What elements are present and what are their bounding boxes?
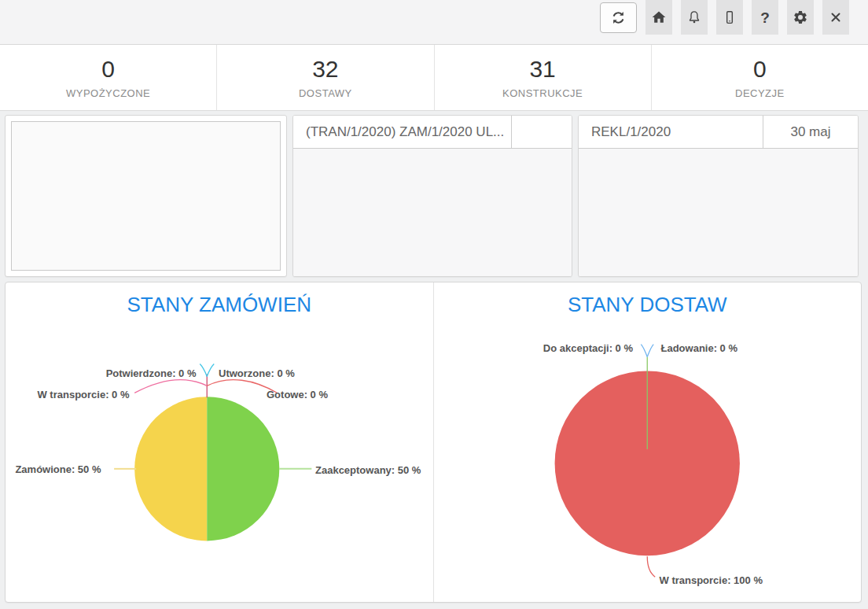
stat-dostawy: 32 DOSTAWY bbox=[216, 45, 433, 110]
leader-line-w-transporcie bbox=[134, 380, 207, 393]
stat-value: 0 bbox=[101, 56, 115, 82]
orders-pie-chart bbox=[6, 282, 433, 602]
stat-konstrukcje: 31 KONSTRUKCJE bbox=[434, 45, 651, 110]
settings-button[interactable] bbox=[787, 0, 814, 35]
close-icon bbox=[829, 10, 843, 24]
refresh-button[interactable] bbox=[600, 2, 637, 33]
leader-line-do-akceptacji-2 bbox=[647, 345, 653, 357]
orders-chart-panel: STANY ZAMÓWIEŃ Potwierdzone: 0 % Utworzo… bbox=[6, 282, 434, 602]
stat-wypozyczone: 0 WYPOŻYCZONE bbox=[0, 45, 216, 110]
pie-label-do-akceptacji: Do akceptacji: 0 % bbox=[543, 342, 633, 354]
pie-label-zaakceptowany: Zaakceptowany: 50 % bbox=[315, 464, 421, 476]
leader-line-do-akceptacji bbox=[641, 345, 647, 357]
stat-value: 32 bbox=[312, 56, 338, 82]
pie-label-potwierdzone: Potwierdzone: 0 % bbox=[106, 367, 197, 379]
stat-label: DOSTAWY bbox=[299, 87, 352, 99]
stat-value: 0 bbox=[753, 56, 767, 82]
topbar: ? bbox=[0, 0, 868, 45]
pie-slice-zamowione[interactable] bbox=[134, 397, 207, 541]
stats-row: 0 WYPOŻYCZONE 32 DOSTAWY 31 KONSTRUKCJE … bbox=[0, 45, 868, 111]
transport-widget-title[interactable]: (TRAN/1/2020) ZAM/1/2020 UL... bbox=[293, 116, 511, 148]
stat-decyzje: 0 DECYZJE bbox=[651, 45, 868, 110]
pie-label-ladowanie: Ładowanie: 0 % bbox=[661, 342, 738, 354]
deliveries-pie-chart bbox=[434, 282, 862, 602]
transport-widget-panel: (TRAN/1/2020) ZAM/1/2020 UL... bbox=[292, 115, 572, 277]
empty-widget-panel bbox=[5, 115, 287, 277]
transport-widget-body bbox=[293, 149, 572, 276]
complaint-widget-panel: REKL/1/2020 30 maj bbox=[578, 115, 859, 277]
complaint-widget-body bbox=[579, 149, 858, 276]
deliveries-chart-panel: STANY DOSTAW Do akceptacji: 0 % Ładowani… bbox=[434, 282, 862, 602]
home-icon bbox=[651, 9, 667, 25]
pie-slice-zaakceptowany[interactable] bbox=[207, 397, 279, 541]
charts-row: STANY ZAMÓWIEŃ Potwierdzone: 0 % Utworzo… bbox=[5, 282, 862, 603]
pie-label-gotowe: Gotowe: 0 % bbox=[267, 389, 328, 400]
empty-widget-box bbox=[11, 121, 281, 271]
leader-line-potwierdzone bbox=[200, 364, 207, 376]
help-button[interactable]: ? bbox=[752, 0, 778, 35]
close-button[interactable] bbox=[822, 0, 849, 35]
dashboard-screen: ? 0 WYPOŻYCZONE 32 DOSTAWY 31 KONSTRUKCJ… bbox=[0, 0, 868, 609]
stat-label: KONSTRUKCJE bbox=[502, 87, 583, 99]
transport-widget-header: (TRAN/1/2020) ZAM/1/2020 UL... bbox=[293, 116, 572, 149]
smartphone-icon bbox=[722, 9, 737, 25]
question-mark-icon: ? bbox=[760, 10, 770, 25]
pie-label-utworzone: Utworzone: 0 % bbox=[219, 367, 295, 379]
notifications-button[interactable] bbox=[681, 0, 708, 35]
widgets-row: (TRAN/1/2020) ZAM/1/2020 UL... REKL/1/20… bbox=[5, 115, 859, 277]
stat-label: WYPOŻYCZONE bbox=[66, 87, 150, 99]
home-button[interactable] bbox=[645, 0, 672, 35]
stat-label: DECYZJE bbox=[735, 87, 785, 99]
complaint-widget-date[interactable]: 30 maj bbox=[763, 116, 858, 148]
pie-label-w-transporcie-100: W transporcie: 100 % bbox=[660, 574, 763, 586]
leader-line-w-transporcie-100 bbox=[647, 556, 655, 577]
pie-label-w-transporcie: W transporcie: 0 % bbox=[37, 389, 129, 400]
pie-label-zamowione: Zamówione: 50 % bbox=[15, 463, 101, 475]
mobile-button[interactable] bbox=[716, 0, 743, 35]
gear-icon bbox=[793, 9, 808, 25]
complaint-widget-title[interactable]: REKL/1/2020 bbox=[579, 116, 763, 148]
transport-widget-extra-cell bbox=[511, 116, 572, 148]
bell-icon bbox=[686, 9, 702, 25]
leader-line-utworzone bbox=[207, 364, 214, 376]
refresh-icon bbox=[610, 9, 627, 26]
stat-value: 31 bbox=[529, 56, 555, 82]
complaint-widget-header: REKL/1/2020 30 maj bbox=[579, 116, 858, 149]
